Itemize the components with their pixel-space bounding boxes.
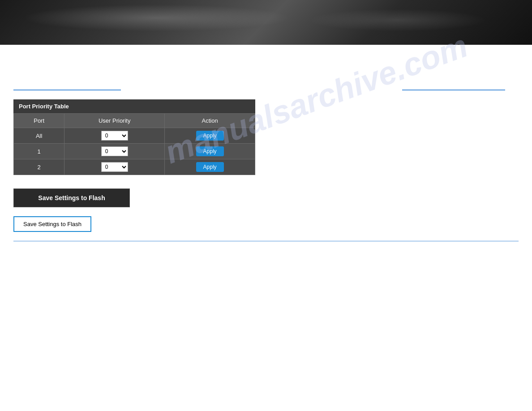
col-header-port: Port [14,114,64,128]
action-cell: Apply [165,144,255,159]
content-area: manualsarchive.com Port Priority Table P… [0,45,532,250]
nav-link-right [402,90,505,90]
action-cell: Apply [165,128,255,144]
table-row: All01234567Apply [14,128,255,144]
apply-button-1[interactable]: Apply [196,146,224,156]
bottom-divider [13,241,519,241]
priority-select-all[interactable]: 01234567 [101,131,128,141]
priority-select-1[interactable]: 01234567 [101,146,128,156]
apply-button-2[interactable]: Apply [196,162,224,172]
priority-select-2[interactable]: 01234567 [101,162,128,172]
apply-button-all[interactable]: Apply [196,131,224,141]
port-cell: All [14,128,64,144]
save-settings-blue-button[interactable]: Save Settings to Flash [13,216,91,232]
col-header-action: Action [165,114,255,128]
priority-cell: 01234567 [64,128,165,144]
priority-table: Port User Priority Action All01234567App… [13,113,255,175]
table-row: 101234567Apply [14,144,255,159]
port-cell: 2 [14,159,64,175]
col-header-user-priority: User Priority [64,114,165,128]
priority-cell: 01234567 [64,159,165,175]
action-cell: Apply [165,159,255,175]
table-title: Port Priority Table [13,99,255,113]
port-cell: 1 [14,144,64,159]
priority-cell: 01234567 [64,144,165,159]
save-settings-dark-button[interactable]: Save Settings to Flash [13,188,130,207]
table-row: 201234567Apply [14,159,255,175]
port-priority-table-container: Port Priority Table Port User Priority A… [13,99,255,175]
nav-links [13,90,519,90]
header-banner [0,0,532,45]
nav-link-left [13,90,121,90]
